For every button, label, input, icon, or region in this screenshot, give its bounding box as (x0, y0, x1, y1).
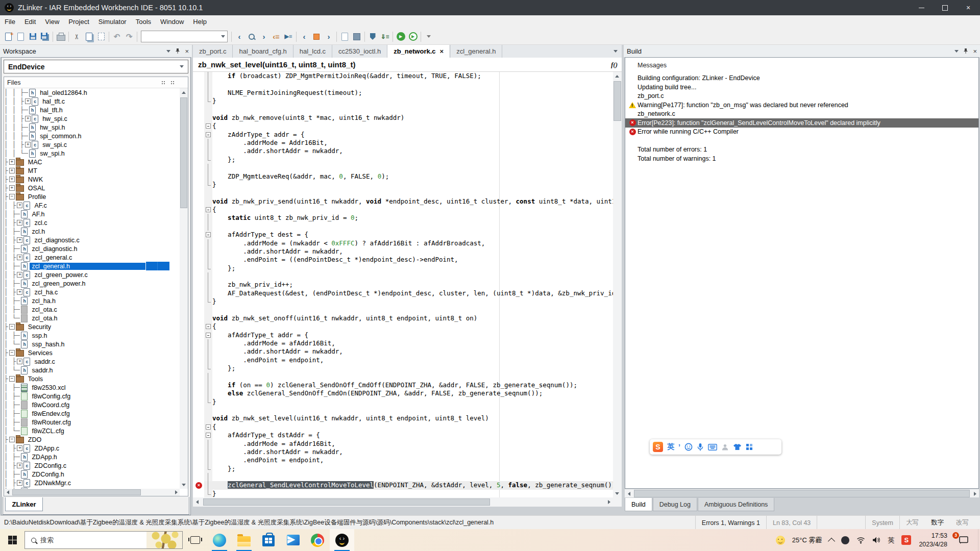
volume-icon[interactable] (869, 529, 884, 551)
save-all-button[interactable] (39, 31, 51, 43)
ime-mode-改写[interactable]: 改写 (956, 518, 969, 527)
code-margin[interactable] (193, 156, 204, 164)
code-line[interactable]: } (193, 297, 613, 306)
editor-tab-zb_port.c[interactable]: zb_port.c (193, 45, 233, 58)
build-tab-ambiguous-definitions[interactable]: Ambiguous Definitions (698, 498, 774, 511)
code-margin[interactable] (193, 181, 204, 189)
code-margin[interactable] (193, 239, 204, 247)
tree-expand-icon[interactable]: − (9, 376, 15, 382)
code-margin[interactable] (193, 297, 204, 306)
code-line[interactable] (193, 80, 613, 88)
tree-expand-icon[interactable]: − (9, 324, 15, 330)
emoji-icon[interactable] (684, 443, 693, 451)
tree-item[interactable]: │ ├hzcl_diagnostic.h (4, 244, 180, 253)
tree-item[interactable]: │ └hsaddr.h (4, 366, 180, 374)
code-line[interactable]: .endPoint = ((endPointDesc_t *)endpoint_… (193, 256, 613, 264)
save-button[interactable] (27, 31, 39, 43)
code-line[interactable]: } (193, 97, 613, 105)
fold-collapse-icon[interactable] (204, 206, 212, 214)
debug-without-downloading-button[interactable]: ▶ (407, 31, 419, 43)
tree-item[interactable]: │ ├f8wEndev.cfg (4, 409, 180, 418)
redo-button[interactable]: ↷ (123, 31, 135, 43)
code-line[interactable]: if (broadcast) ZDP_MgmtPermitJoinReq(&ad… (193, 72, 613, 80)
code-line[interactable]: { (193, 423, 613, 431)
taskbar-app-iar[interactable] (330, 529, 354, 551)
search-daily-image[interactable] (146, 532, 182, 548)
taskbar-app-explorer[interactable] (232, 529, 256, 551)
download-button[interactable]: ⇓≡ (379, 31, 391, 43)
tree-item[interactable]: │ ├f8w2530.xcl (4, 383, 180, 392)
code-margin[interactable] (193, 131, 204, 139)
tree-item[interactable]: ├+MT (4, 166, 180, 175)
clock[interactable]: 17:53 2023/4/28 (915, 529, 951, 551)
tree-item[interactable]: │ │ └hsw_spi.h (4, 149, 180, 158)
ime-toolbar[interactable]: S 英 ’ (650, 439, 781, 455)
code-line[interactable] (193, 189, 613, 197)
tree-item[interactable]: │ ├hZDApp.h (4, 453, 180, 461)
code-margin[interactable] (193, 440, 204, 448)
code-margin[interactable] (193, 347, 204, 356)
code-margin[interactable] (193, 89, 204, 97)
find-button[interactable] (246, 31, 258, 43)
sogou-logo-icon[interactable]: S (653, 442, 663, 452)
code-line[interactable]: }; (193, 264, 613, 272)
editor-tab-cc2530_ioctl.h[interactable]: cc2530_ioctl.h (332, 45, 387, 58)
tree-item[interactable]: ├−ZDO (4, 435, 180, 444)
build-tab-build[interactable]: Build (625, 498, 652, 511)
compile-button[interactable] (338, 31, 351, 43)
tree-horizontal-scrollbar[interactable] (4, 489, 180, 496)
tree-item[interactable]: ├+NWK (4, 175, 180, 184)
code-line[interactable] (193, 164, 613, 172)
tree-item[interactable]: │ ├+czcl_ha.c (4, 288, 180, 296)
print-button[interactable] (55, 31, 67, 43)
tree-item[interactable]: │ ├hAF.h (4, 210, 180, 218)
tree-expand-icon[interactable]: + (17, 463, 22, 468)
fold-collapse-icon[interactable] (204, 322, 212, 331)
fold-collapse-icon[interactable] (204, 331, 212, 339)
menu-view[interactable]: View (40, 15, 64, 29)
wifi-icon[interactable] (853, 529, 869, 551)
code-margin[interactable] (193, 389, 204, 397)
tree-item[interactable]: │ ├+czcl.c (4, 218, 180, 227)
build-horizontal-scrollbar[interactable] (625, 489, 979, 498)
tree-item[interactable]: │ ├hzcl_general.h (4, 262, 180, 270)
code-margin[interactable] (193, 373, 204, 381)
code-margin[interactable]: × (193, 481, 204, 489)
code-line[interactable] (193, 106, 613, 114)
tree-expand-icon[interactable]: + (17, 203, 22, 208)
ime-mode-数字[interactable]: 数字 (931, 518, 944, 527)
code-margin[interactable] (193, 214, 204, 222)
code-line[interactable]: .addrMode = Addr16Bit, (193, 139, 613, 147)
tree-expand-icon[interactable]: + (17, 480, 22, 486)
find-next-button[interactable]: › (258, 31, 270, 43)
skin-icon[interactable] (733, 443, 742, 450)
taskbar-app-chrome[interactable] (305, 529, 330, 551)
code-margin[interactable] (193, 247, 204, 256)
tree-item[interactable]: │ │ ├hspi_common.h (4, 132, 180, 140)
toggle-bookmark-button[interactable] (310, 31, 323, 43)
make-button[interactable] (351, 31, 363, 43)
code-margin[interactable] (193, 314, 204, 322)
build-message-row[interactable]: zb_network.c (625, 110, 978, 119)
code-line[interactable]: } (193, 398, 613, 406)
code-margin[interactable] (193, 356, 204, 364)
microphone-icon[interactable] (697, 443, 704, 452)
code-margin[interactable] (193, 289, 204, 297)
tree-item[interactable]: │ ├hzcl_ha.h (4, 296, 180, 305)
tree-expand-icon[interactable]: + (9, 185, 15, 191)
tree-item[interactable]: │ ├+cAF.c (4, 201, 180, 210)
tree-item[interactable]: │ ├f8wCoord.cfg (4, 400, 180, 409)
function-list-icon[interactable]: f() (611, 61, 618, 69)
code-margin[interactable] (193, 164, 204, 172)
code-line[interactable]: }; (193, 465, 613, 473)
code-margin[interactable] (193, 197, 204, 206)
fold-collapse-icon[interactable] (204, 122, 212, 130)
taskbar-app-store[interactable] (256, 529, 281, 551)
build-message-row[interactable]: Warning[Pe177]: function "zb_on_msg" was… (625, 101, 978, 110)
tree-item[interactable]: ├−Tools (4, 374, 180, 383)
tree-expand-icon[interactable]: + (17, 272, 22, 278)
code-margin[interactable] (193, 231, 204, 239)
menu-edit[interactable]: Edit (20, 15, 40, 29)
minimize-button[interactable] (910, 0, 933, 15)
code-margin[interactable] (193, 122, 204, 130)
